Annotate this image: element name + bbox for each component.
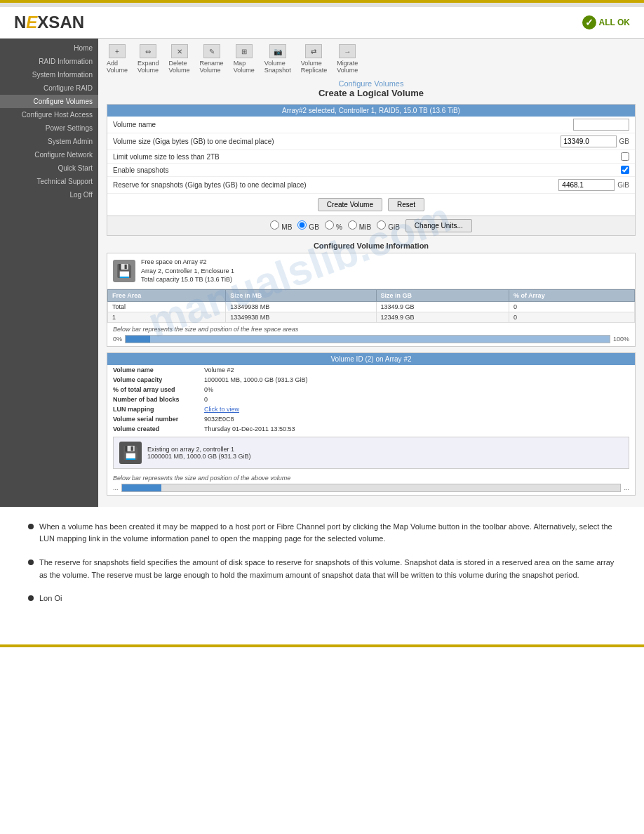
page-subtitle: Configure Volumes: [107, 79, 636, 88]
array-header: Array#2 selected, Controller 1, RAID5, 1…: [107, 105, 635, 117]
volume-bar-used: [122, 484, 162, 491]
reserve-snapshots-label: Reserve for snapshots (Giga bytes (GB) t…: [113, 181, 558, 189]
progress-left-label: 0%: [113, 336, 122, 343]
content-area: + AddVolume ⇔ ExpandVolume ✕ DeleteVolum…: [98, 39, 644, 507]
volume-size-input[interactable]: [561, 135, 617, 147]
free-space-line3: Total capacity 15.0 TB (13.6 TiB): [141, 275, 234, 284]
bullet-dot-2: [28, 560, 34, 565]
volume-replicate-icon: ⇄: [305, 44, 322, 58]
volume-name-info-row: Volume name Volume #2: [107, 365, 635, 375]
sidebar-item-configure-network[interactable]: Configure Network: [0, 148, 98, 161]
free-space-bar-label: Below bar represents the size and positi…: [113, 326, 629, 333]
toolbar-delete-volume[interactable]: ✕ DeleteVolume: [169, 44, 190, 74]
progress-used: [126, 336, 149, 343]
bullet-dot-1: [28, 524, 34, 529]
unit-gib-radio[interactable]: [377, 220, 386, 230]
toolbar-volume-snapshot[interactable]: 📷 VolumeSnapshot: [264, 44, 291, 74]
free-space-info: 💾 Free space on Array #2 Array 2, Contro…: [107, 253, 635, 289]
free-space-line2: Array 2, Controller 1, Enclosure 1: [141, 267, 234, 276]
sidebar-item-configure-volumes[interactable]: Configure Volumes: [0, 95, 98, 108]
table-row: 1 13349938 MB 12349.9 GB 0: [108, 312, 635, 322]
sidebar-item-raid-info[interactable]: RAID Information: [0, 55, 98, 68]
bullet-item-1: When a volume has been created it may be…: [28, 521, 616, 545]
enable-snapshots-checkbox[interactable]: [621, 166, 629, 174]
volume-percent-row: % of total array used 0%: [107, 385, 635, 395]
bullet-item-3: Lon Oi: [28, 593, 616, 605]
change-units-button[interactable]: Change Units...: [405, 219, 472, 232]
reset-button[interactable]: Reset: [388, 198, 424, 211]
toolbar: + AddVolume ⇔ ExpandVolume ✕ DeleteVolum…: [107, 44, 636, 74]
existing-line1: Existing on array 2, controller 1: [147, 446, 251, 453]
bullet-text-2: The reserve for snapshots field specifie…: [39, 557, 616, 581]
create-volume-button[interactable]: Create Volume: [318, 198, 382, 211]
free-space-line1: Free space on Array #2: [141, 258, 234, 267]
status-ok: ✓ ALL OK: [582, 15, 630, 29]
header: NEXSAN ✓ ALL OK: [0, 7, 644, 39]
reserve-snapshots-row: Reserve for snapshots (Giga bytes (GB) t…: [107, 177, 635, 194]
sidebar-item-system-admin[interactable]: System Admin: [0, 135, 98, 148]
col-size-gb: Size in GB: [376, 289, 509, 301]
units-row: MB GB % MiB GiB Change Units...: [107, 216, 635, 235]
sidebar-item-configure-raid[interactable]: Configure RAID: [0, 81, 98, 95]
add-volume-icon: +: [109, 44, 126, 58]
sidebar-item-home[interactable]: Home: [0, 41, 98, 55]
toolbar-volume-replicate[interactable]: ⇄ VolumeReplicate: [301, 44, 328, 74]
col-free-area: Free Area: [108, 289, 226, 301]
enable-snapshots-row: Enable snapshots: [107, 164, 635, 177]
configured-volume-title: Configured Volume Information: [107, 241, 636, 250]
bad-blocks-row: Number of bad blocks 0: [107, 395, 635, 404]
sidebar-item-log-off[interactable]: Log Off: [0, 188, 98, 201]
progress-free: [150, 336, 610, 343]
reserve-snapshots-input[interactable]: [558, 179, 615, 191]
volume-snapshot-icon: 📷: [269, 44, 286, 58]
toolbar-migrate-volume[interactable]: → MigrateVolume: [337, 44, 358, 74]
sidebar-item-quick-start[interactable]: Quick Start: [0, 161, 98, 175]
bullet-dot-3: [28, 595, 34, 601]
volume-size-unit: GB: [619, 138, 629, 145]
sidebar-item-configure-host-access[interactable]: Configure Host Access: [0, 108, 98, 121]
bottom-text: When a volume has been created it may be…: [0, 507, 644, 630]
toolbar-expand-volume[interactable]: ⇔ ExpandVolume: [137, 44, 159, 74]
volume-drive-icon: 💾: [119, 442, 142, 464]
volume-progress-area: Below bar represents the size and positi…: [107, 472, 635, 495]
page-title-section: Configure Volumes Create a Logical Volum…: [107, 79, 636, 98]
free-space-bar: [125, 335, 610, 343]
migrate-volume-icon: →: [339, 44, 356, 58]
limit-volume-row: Limit volume size to less than 2TB: [107, 150, 635, 164]
volume-id-header: Volume ID (2) on Array #2: [107, 353, 635, 365]
toolbar-add-volume[interactable]: + AddVolume: [107, 44, 128, 74]
toolbar-rename-volume[interactable]: ✎ RenameVolume: [200, 44, 224, 74]
limit-volume-checkbox[interactable]: [621, 152, 629, 161]
unit-mb-radio[interactable]: [270, 220, 279, 230]
sidebar-item-technical-support[interactable]: Technical Support: [0, 175, 98, 188]
bullet-text-1: When a volume has been created it may be…: [39, 521, 616, 545]
sidebar-item-system-info[interactable]: System Information: [0, 68, 98, 81]
form-buttons: Create Volume Reset: [107, 194, 635, 216]
delete-volume-icon: ✕: [171, 44, 188, 58]
toolbar-map-volume[interactable]: ⊞ MapVolume: [234, 44, 255, 74]
sidebar-item-power-settings[interactable]: Power Settings: [0, 121, 98, 135]
unit-mib-radio[interactable]: [348, 220, 357, 230]
free-area-table: Free Area Size in MB Size in GB % of Arr…: [107, 289, 635, 323]
table-row: Total 13349938 MB 13349.9 GB 0: [108, 301, 635, 312]
form-section: Array#2 selected, Controller 1, RAID5, 1…: [107, 104, 636, 236]
volume-name-input[interactable]: [573, 119, 629, 131]
volume-name-row: Volume name: [107, 117, 635, 133]
configured-volume-info: 💾 Free space on Array #2 Array 2, Contro…: [107, 253, 636, 347]
unit-gb-radio[interactable]: [297, 220, 307, 230]
rename-volume-icon: ✎: [203, 44, 220, 58]
bullet-item-2: The reserve for snapshots field specifie…: [28, 557, 616, 581]
lun-mapping-link[interactable]: Click to view: [204, 406, 239, 413]
bullet-text-3: Lon Oi: [39, 593, 62, 605]
map-volume-icon: ⊞: [236, 44, 253, 58]
volume-bar-label: Below bar represents the size and positi…: [113, 475, 629, 482]
volume-capacity-row: Volume capacity 1000001 MB, 1000.0 GB (9…: [107, 375, 635, 385]
page-title: Create a Logical Volume: [107, 88, 636, 98]
unit-percent-radio[interactable]: [325, 220, 334, 230]
volume-existing-info: 💾 Existing on array 2, controller 1 1000…: [113, 437, 629, 469]
volume-size-label: Volume size (Giga bytes (GB) to one deci…: [113, 138, 561, 145]
sidebar: Home RAID Information System Information…: [0, 39, 98, 507]
lun-mapping-row: LUN mapping Click to view: [107, 404, 635, 414]
serial-number-row: Volume serial number 9032E0C8: [107, 414, 635, 424]
logo: NEXSAN: [14, 13, 84, 32]
